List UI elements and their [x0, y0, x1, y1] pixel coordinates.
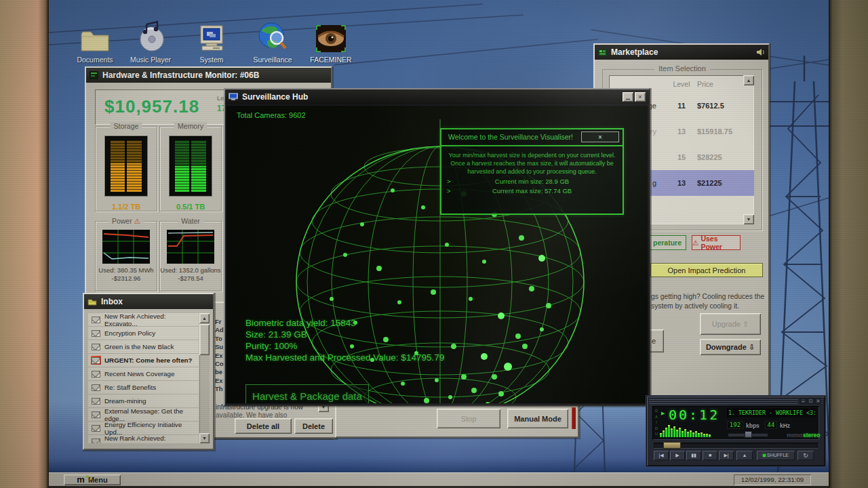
delete-all-button[interactable]: Delete all	[235, 418, 292, 434]
player-minimize-icon[interactable]: ‒	[800, 398, 806, 404]
camera-dot[interactable]	[431, 289, 436, 295]
desktop-icon-faceminer[interactable]: FACEMINER	[307, 19, 355, 64]
icon-label: FACEMINER	[307, 56, 355, 64]
stop-button[interactable]: ■	[703, 451, 717, 460]
close-button[interactable]: ×	[635, 92, 646, 102]
camera-dot[interactable]	[469, 297, 473, 301]
inbox-item[interactable]: Dream-mining	[88, 394, 199, 408]
inbox-item[interactable]: URGENT: Come here often?	[88, 354, 199, 367]
camera-dot[interactable]	[498, 391, 504, 396]
hardware-monitor-titlebar[interactable]: Hardware & Infrastructure Monitor: #06B	[86, 68, 331, 83]
camera-dot[interactable]	[522, 344, 528, 349]
delete-button[interactable]: Delete	[294, 418, 333, 434]
inbox-item[interactable]: Recent News Coverage	[88, 367, 199, 381]
eq-bar	[684, 429, 686, 437]
inbox-item-subject: Green is the New Black	[104, 343, 174, 350]
open-impact-prediction-button[interactable]: Open Impact Prediction	[650, 263, 763, 277]
upgrade-button[interactable]: Upgrade ⇧	[700, 313, 761, 335]
pause-button[interactable]: ▮▮	[686, 451, 701, 460]
surveillance-titlebar[interactable]: Surveillance Hub ▁ ×	[225, 89, 649, 104]
manual-mode-button[interactable]: Manual Mode	[507, 409, 568, 428]
harvest-package-button[interactable]: Harvest & Package data	[245, 384, 369, 403]
scroll-thumb[interactable]	[199, 324, 210, 355]
camera-dot[interactable]	[498, 312, 505, 319]
max-size-row: > Current max size: 57.74 GB	[441, 187, 623, 195]
stop-button[interactable]: Stop	[437, 409, 500, 428]
desktop-icon-surveillance[interactable]: Surveillance	[248, 19, 297, 64]
inbox-titlebar[interactable]: Inbox	[84, 294, 213, 309]
email-field-fragment: Ex	[215, 377, 224, 385]
camera-dot[interactable]	[360, 222, 364, 226]
repeat-button[interactable]: ↻	[797, 451, 814, 460]
camera-dot[interactable]	[424, 398, 429, 403]
player-titlebar[interactable]: ‒□×	[649, 398, 823, 404]
inbox-item[interactable]: Energy Efficiency Initiative Upd...	[88, 422, 199, 435]
shuffle-button[interactable]: SHUFFLE	[757, 451, 795, 460]
eq-bar	[668, 425, 670, 437]
camera-dot[interactable]	[397, 300, 401, 304]
camera-dot[interactable]	[538, 255, 545, 262]
camera-dot[interactable]	[343, 253, 347, 257]
scroll-down-button[interactable]: ▼	[199, 433, 210, 443]
icon-label: System	[187, 56, 236, 64]
camera-dot[interactable]	[451, 344, 456, 349]
volume-handle[interactable]	[745, 431, 752, 438]
camera-dot[interactable]	[435, 378, 439, 382]
camera-dot[interactable]	[546, 303, 551, 308]
inbox-item[interactable]: External Message: Get the edge...	[88, 408, 199, 422]
next-button[interactable]: ▶|	[719, 451, 734, 460]
camera-dot[interactable]	[445, 243, 449, 247]
inbox-item[interactable]: New Rank Achieved: Excavato...	[88, 313, 199, 327]
speaker-icon[interactable]	[756, 48, 765, 56]
camera-dot[interactable]	[540, 327, 544, 331]
camera-dot[interactable]	[391, 188, 395, 192]
inbox-item[interactable]: Green is the New Black	[88, 340, 199, 354]
inbox-scrollbar[interactable]: ▲ ▼	[199, 313, 210, 443]
camera-dot[interactable]	[529, 286, 534, 291]
previous-button[interactable]: |◀	[654, 451, 669, 460]
seek-bar[interactable]	[654, 443, 818, 448]
camera-dot[interactable]	[504, 363, 512, 371]
camera-dot[interactable]	[376, 266, 382, 271]
item-price: $15918.75	[697, 127, 743, 136]
inbox-item[interactable]: New Rank Achieved: Excavato...	[88, 435, 199, 443]
camera-dot[interactable]	[492, 374, 497, 380]
seek-handle[interactable]	[663, 442, 681, 449]
eject-button[interactable]: ▲	[736, 451, 753, 460]
camera-dot[interactable]	[519, 235, 524, 241]
cooling-hint-line: gs getting high? Cooling reduces the	[651, 293, 764, 300]
player-shade-icon[interactable]: □	[808, 398, 814, 404]
minimize-button[interactable]: ▁	[623, 92, 633, 102]
desktop-icon-system[interactable]: System	[187, 19, 236, 64]
inbox-item[interactable]: Encryption Policy	[88, 327, 199, 340]
surveillance-viewport: Total Cameras: 9602	[226, 106, 648, 403]
player-close-icon[interactable]: ×	[815, 398, 821, 404]
camera-dot[interactable]	[471, 388, 477, 393]
downgrade-button[interactable]: Downgrade ⇩	[700, 339, 761, 355]
marketplace-titlebar[interactable]: Marketplace	[595, 45, 768, 60]
table-scroll-down-button[interactable]: ▼	[743, 214, 754, 224]
inbox-item[interactable]: Re: Staff Benefits	[88, 381, 199, 394]
menu-button[interactable]: m Menu	[64, 474, 121, 485]
camera-dot[interactable]	[421, 205, 425, 209]
scroll-up-button[interactable]: ▲	[199, 313, 210, 323]
table-scroll-up-button[interactable]: ▲	[743, 75, 754, 85]
desktop-icon-documents[interactable]: Documents	[71, 19, 119, 64]
camera-dot[interactable]	[401, 382, 405, 386]
dialog-close-button[interactable]: ×	[581, 131, 619, 142]
camera-dot[interactable]	[515, 333, 521, 339]
camera-dot[interactable]	[481, 353, 488, 360]
camera-dot[interactable]	[330, 297, 334, 301]
camera-dot[interactable]	[448, 395, 452, 399]
desktop-icon-music-player[interactable]: Music Player	[126, 19, 175, 64]
icon-label: Music Player	[126, 56, 175, 64]
camera-dot[interactable]	[482, 260, 486, 264]
camera-dot[interactable]	[486, 402, 490, 403]
track-title-strip[interactable]: 1. TEKRIDER - WORKLIFE <3:48>	[727, 409, 816, 418]
camera-dot[interactable]	[461, 374, 467, 380]
inbox-item-subject: New Rank Achieved: Excavato...	[104, 313, 199, 327]
play-button[interactable]: ▶	[670, 451, 685, 460]
volume-slider[interactable]	[728, 433, 768, 436]
memory-gauge: 0.5/1 TB	[170, 136, 212, 196]
bitrate-value: 192	[727, 421, 743, 429]
